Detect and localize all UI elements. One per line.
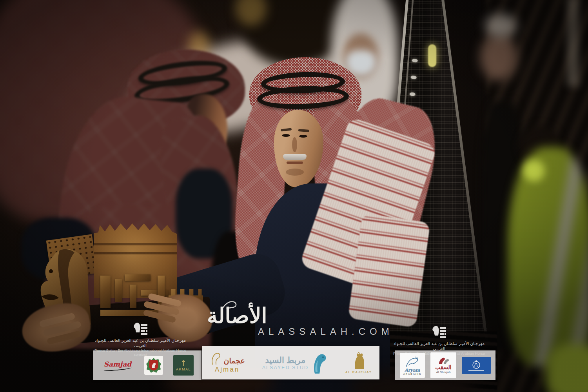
sponsor-strip-right: Aryam ARABIANS السقب Al Shaqab [395, 350, 495, 380]
central-man-eyebrow-left [281, 128, 292, 132]
heater-dot [409, 92, 416, 96]
background-right-light-streak [568, 0, 579, 86]
photo-award-ceremony: مهرجـان الأميـر سلطـان بن عبد العزيز الع… [0, 0, 588, 392]
calligraphy-horse-icon [222, 299, 238, 310]
central-man-chin-shadow [286, 169, 304, 176]
trophy-kufic-block [115, 279, 122, 302]
festival-mark-icon [430, 324, 448, 339]
sponsor-athba-logo [462, 357, 491, 374]
festival-arabic-left: مهرجـان الأميـر سلطـان بن عبد العزيز الع… [89, 338, 191, 348]
sponsor-strip-center: عجمان Ajman مربط السيد ALSAYED STUD AL R… [202, 346, 379, 379]
horse-center-crest-icon [144, 356, 163, 375]
alsayed-arabic: مربط السيد [265, 356, 305, 365]
aryam-horse-sketch-icon [405, 356, 420, 368]
festival-arabic-right: مهرجـان الأميـر سلطـان بن عبد العزيز الع… [388, 341, 490, 351]
heater-dot [412, 58, 418, 62]
central-man-eyebrow-right [298, 129, 309, 132]
alsayed-label: ALSAYED STUD [262, 365, 309, 370]
akmal-label: AKMAL [176, 367, 191, 371]
rajehat-label: AL RAJEHAT [345, 370, 372, 374]
shaqab-horse-heads-icon [437, 357, 450, 364]
patio-heater-glow [428, 44, 436, 67]
aryam-label: Aryam [405, 368, 420, 373]
hi-vis-vest-corner [546, 344, 588, 392]
central-man-mustache [283, 154, 307, 160]
trophy-kufic-block [130, 285, 136, 308]
trophy-kufic-block [100, 276, 111, 308]
background-right-person-face [480, 33, 517, 80]
sponsor-samjad-logo: Samjad [101, 360, 134, 370]
shaqab-label: Al Shaqab [436, 370, 451, 374]
sponsor-alsayed-logo: مربط السيد ALSAYED STUD [262, 352, 328, 374]
central-man-eye-left [282, 134, 290, 137]
sponsor-akmal-logo: AKMAL [173, 355, 194, 376]
al-assalah-horse-calligraphy-icon: الأصالة [207, 304, 267, 327]
shaqab-arabic: السقب [435, 364, 451, 370]
sponsor-aryam-logo: Aryam ARABIANS [400, 353, 425, 378]
heater-dot [410, 75, 417, 79]
alassalah-site-text: ALASSALAH.COM [258, 326, 394, 337]
crest-horse-icon [151, 362, 157, 369]
central-man-eye-right [299, 135, 307, 138]
sponsor-strip-left: Samjad AKMAL [93, 350, 201, 380]
central-man-nose-shadow [292, 137, 297, 152]
athba-monogram-icon [472, 360, 481, 369]
background-right-white-cap [485, 14, 517, 37]
aryam-sub: ARABIANS [403, 373, 421, 375]
ajman-arabic: عجمان [223, 356, 245, 365]
festival-mark-icon [131, 321, 149, 336]
crest-star [146, 358, 161, 373]
athba-caption-bar [468, 370, 484, 371]
alsayed-horse-head-icon [311, 352, 328, 374]
central-man-mouth [287, 162, 303, 164]
hi-vis-vest-highlight [523, 160, 545, 181]
rajehat-knight-horse-icon [351, 352, 366, 370]
ajman-label: Ajman [215, 366, 240, 374]
sponsor-ajman-logo: عجمان Ajman [209, 352, 245, 374]
ajman-horse-outline-icon [209, 352, 223, 365]
sponsor-rajehat-logo: AL RAJEHAT [345, 352, 372, 374]
trophy-kufic-block [125, 274, 151, 281]
hi-vis-vest [508, 147, 588, 367]
akmal-emblem-icon [181, 360, 185, 366]
crest-shield [149, 360, 158, 370]
sponsor-shaqab-logo: السقب Al Shaqab [430, 352, 456, 378]
